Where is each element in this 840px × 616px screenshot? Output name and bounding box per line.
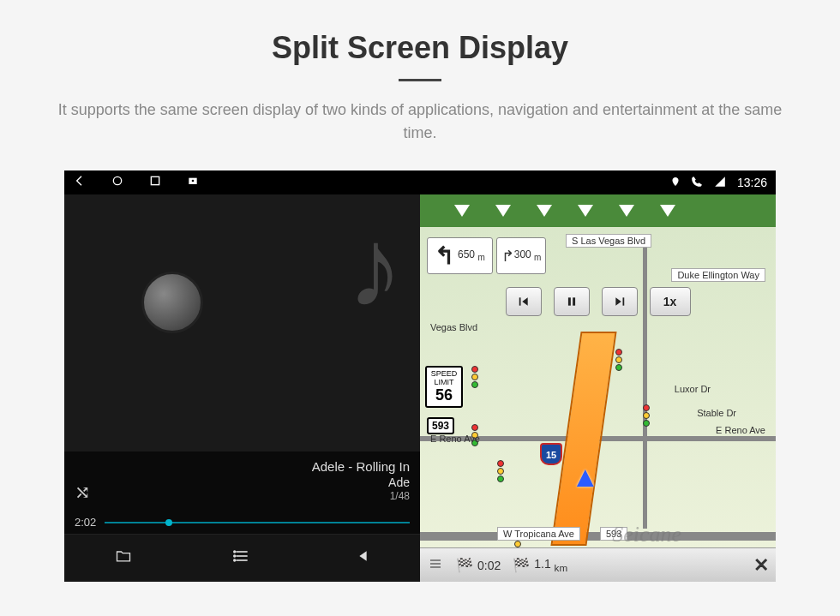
traffic-light-icon [615,349,627,361]
lane-arrow-icon [619,205,634,217]
svg-rect-11 [567,297,570,305]
page-title: Split Screen Display [0,30,840,66]
vehicle-cursor-icon: ▲ [571,460,600,493]
distance-segment[interactable]: 🏁 1.1 km [513,557,567,573]
svg-rect-10 [519,297,520,305]
elapsed-time: 2:02 [75,516,96,529]
traffic-light-icon [497,460,509,472]
title-underline [399,79,441,81]
svg-point-7 [234,551,236,553]
svg-point-0 [113,176,121,184]
folder-icon[interactable] [112,547,135,570]
menu-icon[interactable] [427,557,444,573]
music-player-pane: ♪ ⤭ Adele - Rolling In Ade 1/48 2:02 [64,194,420,582]
distance-value: 1.1 km [534,557,567,573]
sim-speed-button[interactable]: 1x [650,287,691,316]
watermark-text: Seicane [612,522,681,547]
street-label: Vegas Blvd [425,321,483,333]
recent-apps-icon[interactable] [148,174,162,191]
play-button[interactable] [141,272,203,333]
device-screen: 13:26 ♪ ⤭ Adele - Rolling In Ade 1/48 2:… [64,170,776,582]
eta-time: 0:02 [477,559,501,572]
street-label: Luxor Dr [669,383,716,395]
svg-rect-13 [622,297,624,305]
page-subtitle: It supports the same screen display of t… [43,99,797,145]
turn-right-icon: ↱ [501,247,514,266]
previous-track-icon[interactable] [350,547,372,570]
street-label: Duke Ellington Way [671,268,765,282]
street-label-bottom: W Tropicana Ave [497,527,580,541]
street-label: Stable Dr [692,407,741,419]
svg-point-3 [192,180,195,182]
street-label: E Reno Ave [711,424,771,436]
track-title: Adele - Rolling In [312,458,410,475]
highway-shield: 593 [427,417,454,434]
track-index: 1/48 [312,490,410,504]
flag-icon: 🏁 [456,557,473,573]
sim-prev-button[interactable] [506,287,542,316]
lane-guidance-bar [420,194,776,227]
street-label: S Las Vegas Blvd [566,234,651,248]
sim-playback-controls: 1x [506,287,691,316]
navigation-pane[interactable]: S Las Vegas Blvd Duke Ellington Way Vega… [420,194,776,582]
album-art-area[interactable]: ♪ [64,194,420,452]
playlist-icon[interactable] [231,547,253,570]
wifi-icon [713,176,727,190]
home-icon[interactable] [111,174,124,191]
nav-bottom-bar: 🏁 0:02 🏁 1.1 km ✕ [420,547,776,582]
lane-arrow-icon [660,205,675,217]
turn-instruction: ↰ 650 m ↱ 300 m [427,237,546,274]
road-line [420,532,776,541]
location-icon [670,175,681,191]
phone-icon [691,176,703,190]
lane-arrow-icon [495,205,511,217]
lane-arrow-icon [578,205,593,217]
svg-point-8 [234,555,236,557]
close-button[interactable]: ✕ [753,554,769,577]
lane-arrow-icon [537,205,552,217]
screenshot-icon[interactable] [186,174,200,191]
lane-arrow-icon [454,205,470,217]
status-bar: 13:26 [64,170,776,194]
clock-time: 13:26 [737,176,767,189]
sim-pause-button[interactable] [554,287,590,316]
flag-icon: 🏁 [513,557,530,573]
music-note-icon: ♪ [347,203,403,332]
sim-next-button[interactable] [602,287,638,316]
back-icon[interactable] [73,174,87,191]
turn-left-icon: ↰ [435,242,454,270]
shuffle-icon[interactable]: ⤭ [75,481,90,504]
speed-limit-sign: SPEED LIMIT 56 [425,366,463,408]
traffic-light-icon [643,404,655,416]
track-artist: Ade [312,475,410,490]
svg-point-9 [234,559,236,561]
street-label: E Reno Ave [425,433,485,445]
eta-segment[interactable]: 🏁 0:02 [456,557,501,573]
svg-rect-1 [151,176,159,184]
interstate-shield: 15 [540,443,562,465]
traffic-light-icon [471,366,483,378]
progress-slider[interactable] [105,522,410,523]
svg-rect-12 [573,297,575,305]
